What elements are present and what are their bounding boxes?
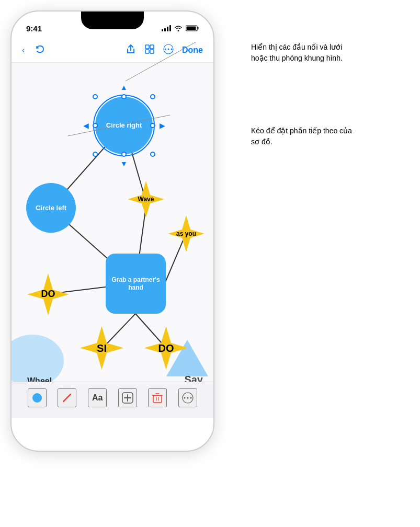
more-tool-button[interactable]: [178, 388, 197, 407]
extend-arrow-top: ▲: [120, 83, 128, 91]
svg-point-35: [190, 397, 192, 398]
node-do-right[interactable]: DO: [141, 323, 191, 373]
extend-top[interactable]: ▲: [119, 82, 129, 93]
extend-left[interactable]: ◀: [81, 120, 91, 131]
node-do-left-label: DO: [41, 289, 55, 300]
bottom-toolbar: Aa: [12, 382, 213, 418]
annotation-first: Hiển thị các đầu nối và lưới hoặc thu ph…: [251, 42, 356, 64]
handle-bm[interactable]: [121, 152, 127, 157]
handle-tl[interactable]: [93, 94, 98, 99]
handle-rm[interactable]: [150, 123, 155, 128]
node-si[interactable]: SI: [77, 323, 127, 373]
svg-rect-7: [145, 45, 149, 49]
svg-point-34: [187, 397, 189, 398]
svg-rect-8: [150, 45, 154, 49]
handle-br[interactable]: [150, 152, 155, 157]
text-tool-button[interactable]: Aa: [88, 388, 107, 407]
node-grab-label: Grab a partner's hand: [106, 276, 166, 291]
toolbar-left: ‹: [21, 42, 47, 58]
svg-rect-5: [198, 27, 199, 30]
back-button[interactable]: ‹: [21, 44, 26, 56]
extend-arrow-left: ◀: [83, 121, 89, 130]
notch: [81, 12, 144, 29]
handle-lm[interactable]: [93, 123, 98, 128]
svg-rect-10: [150, 50, 154, 53]
circle-tool-button[interactable]: [28, 388, 47, 407]
svg-rect-2: [167, 27, 168, 31]
svg-point-11: [165, 48, 166, 50]
node-circle-left-label: Circle left: [36, 204, 66, 212]
node-wave-label: Wave: [138, 196, 154, 203]
node-grab[interactable]: Grab a partner's hand: [106, 254, 166, 314]
text-tool-label: Aa: [92, 393, 103, 403]
svg-rect-3: [169, 25, 171, 31]
annotation-second: Kéo để đặt phần tiếp theo của sơ đồ.: [251, 125, 356, 147]
add-tool-button[interactable]: [118, 388, 137, 407]
svg-point-23: [32, 393, 42, 403]
node-as-you[interactable]: as you: [166, 213, 207, 254]
slash-tool-button[interactable]: [58, 388, 76, 407]
status-time: 9:41: [26, 24, 42, 33]
wifi-icon: [174, 25, 183, 31]
node-si-label: SI: [97, 342, 107, 354]
share-button[interactable]: [124, 43, 137, 58]
node-do-right-label: DO: [158, 342, 174, 354]
extend-arrow-bottom: ▼: [120, 159, 128, 168]
svg-rect-9: [145, 50, 149, 53]
svg-rect-28: [153, 395, 162, 403]
node-wave[interactable]: Wave: [126, 179, 166, 220]
node-as-you-label: as you: [176, 230, 196, 237]
signal-icon: [162, 25, 171, 31]
svg-line-24: [63, 394, 71, 402]
battery-icon: [186, 25, 199, 31]
handle-tm[interactable]: [121, 94, 127, 99]
svg-point-33: [184, 397, 186, 398]
handle-bl[interactable]: [93, 152, 98, 157]
node-circle-left[interactable]: Circle left: [26, 183, 76, 233]
undo-button[interactable]: [33, 42, 47, 58]
svg-rect-0: [162, 29, 163, 31]
node-do-left[interactable]: DO: [25, 271, 72, 318]
delete-tool-button[interactable]: [148, 388, 167, 407]
extend-bottom[interactable]: ▼: [119, 158, 129, 169]
svg-rect-6: [187, 27, 196, 30]
status-icons: [162, 25, 199, 31]
grid-button[interactable]: [143, 43, 156, 58]
node-circle-right-label: Circle right: [106, 121, 142, 130]
svg-rect-1: [164, 28, 166, 31]
handle-tr[interactable]: [150, 94, 155, 99]
